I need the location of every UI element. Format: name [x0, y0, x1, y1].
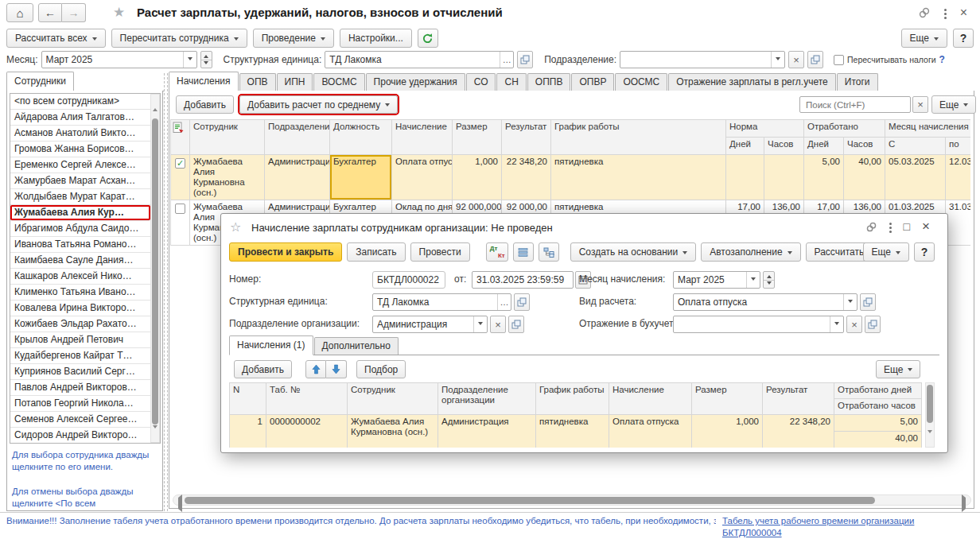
tab-reg-reflection[interactable]: Отражение зарплаты в регл.учете	[668, 73, 836, 91]
dialog-add-button[interactable]: Добавить	[234, 360, 292, 378]
reflection-field[interactable]	[673, 316, 844, 333]
dialog-unit-field[interactable]: ТД Лакомка …	[372, 293, 511, 311]
list-item-all-employees[interactable]: <по всем сотрудникам>	[10, 94, 150, 110]
search-input[interactable]	[804, 99, 910, 111]
link-icon[interactable]	[865, 221, 877, 233]
cell-size[interactable]: 1,000	[692, 415, 763, 448]
post-button[interactable]: Провести	[410, 242, 470, 262]
cell-worked-days[interactable]: 5,00	[804, 155, 844, 200]
list-item[interactable]: Сидоров Андрей Викторо…	[10, 428, 150, 444]
list-item[interactable]: Ибрагимов Абдула Саидо…	[10, 221, 150, 237]
spin-down-icon[interactable]	[201, 60, 212, 68]
dialog-favorite-star-icon[interactable]: ☆	[230, 219, 241, 235]
list-more-button[interactable]: Еще	[931, 95, 976, 114]
tab-sn[interactable]: СН	[496, 73, 526, 91]
main-hscrollbar[interactable]	[173, 494, 971, 506]
cell-employee[interactable]: Жумабаева Алия Курмановна (осн.)	[190, 155, 265, 200]
list-item[interactable]: Громова Жанна Борисов…	[10, 142, 150, 157]
add-button[interactable]: Добавить	[176, 95, 234, 114]
month-dropdown-icon[interactable]	[183, 52, 196, 68]
cell-result[interactable]: 22 348,20	[502, 155, 551, 200]
tab-ipn[interactable]: ИПН	[277, 73, 313, 91]
choose-ellipsis-icon[interactable]: …	[497, 294, 511, 310]
list-item[interactable]: Иванова Татьяна Романо…	[10, 237, 150, 253]
cell-date-to[interactable]: 12.03.	[946, 155, 970, 200]
cell-norm-days[interactable]	[726, 155, 764, 200]
calc-type-field[interactable]: Оплата отпуска	[673, 293, 858, 311]
spin-up-icon[interactable]	[201, 52, 212, 60]
row-checkbox-checked[interactable]: ✓	[175, 158, 185, 169]
month-field[interactable]: Март 2025	[41, 51, 197, 68]
scrollbar-thumb[interactable]	[927, 385, 933, 423]
cell-tab-no[interactable]: 0000000002	[266, 415, 348, 448]
tab-dialog-additional[interactable]: Дополнительно	[314, 337, 399, 355]
tab-opv[interactable]: ОПВ	[239, 73, 276, 91]
register-list-button[interactable]	[513, 242, 534, 262]
dt-kt-button[interactable]: Дт Кт	[486, 242, 508, 262]
scroll-right-icon[interactable]	[962, 498, 969, 509]
tab-dialog-accruals[interactable]: Начисления (1)	[229, 335, 313, 355]
spin-down-icon[interactable]	[764, 281, 774, 289]
list-item[interactable]: Айдарова Алия Талгатов…	[10, 110, 150, 126]
month-dropdown-icon[interactable]	[746, 272, 760, 288]
cell-worked-hours[interactable]: 40,00	[834, 432, 922, 448]
search-clear-button[interactable]: ×	[912, 96, 928, 113]
tab-opvr[interactable]: ОПВР	[571, 73, 614, 91]
org-department-clear-button[interactable]: ×	[490, 316, 506, 333]
department-dropdown-icon[interactable]	[473, 316, 487, 332]
cell-accrual[interactable]: Оплата отпуска	[609, 415, 692, 448]
list-item[interactable]: Семенов Алексей Сергее…	[10, 412, 150, 428]
tab-so[interactable]: СО	[466, 73, 496, 91]
settings-button[interactable]: Настройки...	[340, 29, 412, 48]
list-item[interactable]: Ковалева Ирина Викторо…	[10, 301, 150, 316]
org-department-open-button[interactable]	[508, 316, 524, 333]
dialog-more-button[interactable]: Еще	[863, 242, 909, 262]
list-item[interactable]: Жолдыбаев Мурат Карат…	[10, 189, 150, 205]
tab-oppv[interactable]: ОППВ	[527, 73, 571, 91]
cell-worked-days[interactable]: 5,00	[834, 415, 922, 432]
list-item[interactable]: Куприянов Василий Серг…	[10, 364, 150, 380]
dialog-close-icon[interactable]: ×	[922, 221, 930, 232]
tab-accruals[interactable]: Начисления	[169, 72, 239, 91]
back-button[interactable]: ←	[38, 3, 62, 22]
recalc-taxes-help[interactable]: ?	[939, 54, 945, 65]
link-icon[interactable]	[918, 6, 931, 19]
add-average-calc-button[interactable]: Добавить расчет по среднему	[239, 95, 398, 114]
timesheet-link[interactable]: Табель учета рабочего времени организаци…	[722, 516, 914, 537]
dialog-vscrollbar[interactable]	[925, 382, 935, 448]
cell-date-from[interactable]: 05.03.2025	[885, 155, 946, 200]
cell-schedule[interactable]: пятидневка	[536, 415, 609, 448]
tab-vosms[interactable]: ВОСМС	[313, 73, 364, 91]
date-field[interactable]: 31.03.2025 23:59:59	[472, 271, 574, 289]
list-item[interactable]: Павлов Андрей Викторов…	[10, 380, 150, 396]
dialog-unit-open-button[interactable]	[514, 293, 530, 311]
cell-worked-hours[interactable]: 40,00	[844, 155, 885, 200]
reflection-open-button[interactable]	[865, 316, 881, 333]
cell-employee[interactable]: Жумабаева Алия Курмановна (осн.)	[348, 415, 438, 448]
close-window-icon[interactable]: ×	[960, 7, 967, 18]
cell-norm-hours[interactable]	[764, 155, 804, 200]
posting-button[interactable]: Проведение	[253, 29, 334, 48]
cell-position-current[interactable]: Бухгалтер	[330, 155, 392, 200]
cell-accrual[interactable]: Оплата отпуска	[392, 155, 453, 200]
kebab-menu-icon[interactable]	[944, 9, 947, 11]
calc-type-dropdown-icon[interactable]	[843, 294, 857, 310]
help-button[interactable]: ?	[953, 29, 974, 48]
tab-totals[interactable]: Итоги	[837, 73, 878, 91]
row-checkbox-cell[interactable]	[171, 200, 190, 246]
accrual-month-field[interactable]: Март 2025	[673, 271, 760, 289]
cell-schedule[interactable]: пятидневка	[551, 155, 726, 200]
list-item[interactable]: Клименко Татьяна Ивано…	[10, 285, 150, 301]
favorite-star-icon[interactable]: ★	[113, 4, 125, 21]
list-item[interactable]: Еременко Сергей Алексе…	[10, 157, 150, 173]
move-up-button[interactable]	[305, 360, 326, 378]
department-dropdown-icon[interactable]	[771, 52, 784, 68]
scrollbar-thumb[interactable]	[185, 497, 875, 504]
reflection-dropdown-icon[interactable]	[830, 316, 843, 332]
list-item[interactable]: Каимбаева Сауле Дания…	[10, 253, 150, 269]
list-item[interactable]: Асманов Анатолий Викто…	[10, 126, 150, 142]
list-item[interactable]: Жамурбаев Марат Асхан…	[10, 173, 150, 189]
maximize-icon[interactable]: □	[904, 220, 910, 233]
scroll-down-icon[interactable]	[928, 433, 932, 444]
autofill-button[interactable]: Автозаполнение	[701, 242, 800, 262]
